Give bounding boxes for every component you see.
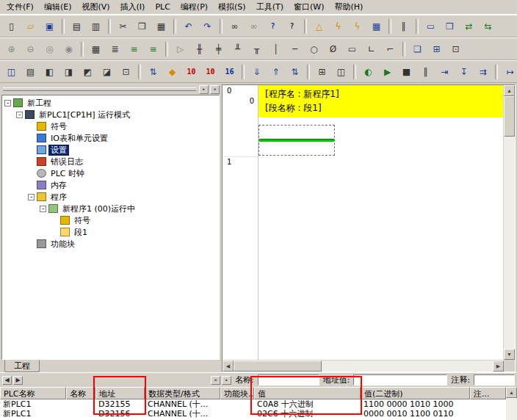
- new-contact-icon[interactable]: ╫: [190, 40, 209, 58]
- pause-monitor-icon[interactable]: ‖: [394, 18, 413, 35]
- column-header-plc-name[interactable]: PLC名称: [0, 387, 66, 399]
- dock-watch-button[interactable]: ▪: [222, 376, 231, 385]
- scroll-right-arrow[interactable]: ▶: [493, 361, 504, 372]
- column-header-address[interactable]: 地址: [95, 387, 145, 399]
- watch-table-scrollbar[interactable]: ▲: [506, 387, 517, 420]
- watch-window-icon[interactable]: ⊡: [117, 63, 135, 81]
- cross-reference-icon[interactable]: ◩: [79, 63, 97, 81]
- pause-icon[interactable]: ‖: [416, 63, 435, 81]
- work-online-icon[interactable]: ϟ: [329, 18, 347, 35]
- compare-with-plc-icon[interactable]: ⇅: [286, 63, 304, 81]
- address-reference-icon[interactable]: ⊡: [446, 40, 465, 58]
- panel-drag-grip[interactable]: [3, 87, 196, 91]
- run-icon[interactable]: ▶: [378, 63, 397, 81]
- redo-icon[interactable]: ↷: [198, 18, 217, 35]
- continuous-step-icon[interactable]: ⇉: [474, 63, 492, 81]
- comment-field[interactable]: [474, 374, 515, 385]
- scan-run-icon[interactable]: ↦: [501, 63, 517, 81]
- column-header-function-block[interactable]: 功能块...: [220, 387, 254, 399]
- scroll-left-arrow[interactable]: ◀: [223, 361, 234, 372]
- view-symbols-icon[interactable]: ◧: [40, 63, 59, 81]
- edit-comments-icon[interactable]: ❏: [408, 40, 427, 58]
- scrollbar-thumb[interactable]: [504, 96, 515, 137]
- new-instruction-icon[interactable]: ▭: [343, 40, 361, 58]
- view-diagram-icon[interactable]: ◫: [2, 63, 21, 81]
- address-value-field[interactable]: [353, 374, 447, 385]
- print-preview-icon[interactable]: ▥: [87, 18, 105, 35]
- expander-icon[interactable]: -: [28, 194, 35, 200]
- column-header-value-binary[interactable]: 值(二进制): [361, 387, 470, 399]
- menu-insert[interactable]: 插入(I): [115, 0, 151, 14]
- copy-icon[interactable]: ❐: [133, 18, 151, 35]
- menu-file[interactable]: 文件(F): [1, 0, 39, 14]
- format-hex-button[interactable]: 16: [220, 63, 239, 81]
- scrollbar-track[interactable]: [234, 361, 493, 372]
- new-closed-coil-icon[interactable]: Ø: [324, 40, 342, 58]
- print-icon[interactable]: ▤: [68, 18, 86, 35]
- menu-help[interactable]: 帮助(H): [329, 0, 368, 14]
- format-signed-decimal-button[interactable]: 10: [201, 63, 220, 81]
- step-into-icon[interactable]: ↧: [455, 63, 473, 81]
- stop-icon[interactable]: ■: [397, 63, 416, 81]
- tree-item-programs[interactable]: - 程序: [2, 191, 219, 203]
- ladder-canvas[interactable]: [程序名 : 新程序1] [段名称 : 段1]: [258, 85, 503, 360]
- scrollbar-track[interactable]: [504, 96, 515, 349]
- simulator-online-icon[interactable]: ⊞: [313, 63, 331, 81]
- transfer-from-plc-icon[interactable]: ⇆: [479, 18, 497, 35]
- expander-icon[interactable]: -: [40, 206, 46, 212]
- new-file-icon[interactable]: ▯: [2, 18, 21, 35]
- tree-item-symbols[interactable]: 符号: [2, 120, 219, 132]
- close-panel-button[interactable]: ×: [210, 85, 220, 94]
- editor-horizontal-scrollbar[interactable]: ◀ ▶: [223, 360, 515, 372]
- menu-tools[interactable]: 工具(T): [251, 0, 289, 14]
- compile-icon[interactable]: △: [310, 18, 328, 35]
- zoom-fit-icon[interactable]: ◎: [40, 40, 59, 58]
- monitor-mode-icon[interactable]: ◐: [359, 63, 377, 81]
- scroll-down-arrow[interactable]: ▼: [504, 349, 515, 360]
- tree-item-error-log[interactable]: 错误日志: [2, 156, 219, 167]
- watch-row[interactable]: 新PLC1 D32156 CHANNEL (十... 02C6 十六进制 000…: [0, 409, 506, 419]
- undo-icon[interactable]: ↶: [179, 18, 198, 35]
- new-closed-contact-icon[interactable]: ╪: [209, 40, 228, 58]
- expander-icon[interactable]: -: [16, 112, 23, 118]
- tree-item-program1[interactable]: - 新程序1 (00)运行中: [2, 203, 219, 214]
- show-rung-comments-icon[interactable]: ≣: [106, 40, 124, 58]
- paste-icon[interactable]: ▦: [152, 18, 170, 35]
- tab-project[interactable]: 工程: [4, 360, 40, 372]
- tree-item-program1-symbols[interactable]: 符号: [2, 214, 219, 226]
- menu-program[interactable]: 编程(P): [176, 0, 213, 14]
- monitor-icon[interactable]: ▦: [367, 18, 386, 35]
- show-symbol-bar-icon[interactable]: ≡: [144, 40, 162, 58]
- watch-row[interactable]: 新PLC1 D32155 CHANNEL (十... C0A8 十六进制 110…: [0, 399, 506, 409]
- name-field[interactable]: [258, 374, 319, 385]
- scroll-up-arrow[interactable]: ▲: [504, 85, 515, 96]
- tree-item-io-table[interactable]: IO表和单元设置: [2, 132, 219, 144]
- menu-view[interactable]: 视图(V): [76, 0, 115, 14]
- save-icon[interactable]: ▣: [40, 18, 59, 35]
- new-closed-or-contact-icon[interactable]: ╥: [247, 40, 266, 58]
- cycle-time-icon[interactable]: ▭: [422, 18, 440, 35]
- new-vertical-line-icon[interactable]: │: [267, 40, 285, 58]
- format-decimal-button[interactable]: 10: [182, 63, 200, 81]
- transfer-to-plc-icon[interactable]: ⇄: [460, 18, 478, 35]
- show-io-comments-icon[interactable]: ≡: [125, 40, 143, 58]
- view-mnemonic-icon[interactable]: ▤: [21, 63, 40, 81]
- section-list-icon[interactable]: ⊞: [427, 40, 446, 58]
- zoom-in-icon[interactable]: ⊕: [2, 40, 21, 58]
- io-comment-view-icon[interactable]: ⇅: [144, 63, 162, 81]
- column-header-value[interactable]: 值: [254, 387, 361, 399]
- close-watch-button[interactable]: ×: [211, 376, 220, 385]
- tree-item-plc-clock[interactable]: PLC 时钟: [2, 167, 219, 179]
- step-run-icon[interactable]: ⇥: [435, 63, 454, 81]
- menu-window[interactable]: 窗口(W): [289, 0, 329, 14]
- menu-plc[interactable]: PLC: [150, 1, 175, 13]
- new-coil-icon[interactable]: ○: [305, 40, 323, 58]
- column-header-name[interactable]: 名称: [66, 387, 95, 399]
- new-horizontal-line-icon[interactable]: ─: [286, 40, 304, 58]
- dock-panel-button[interactable]: ▪: [199, 85, 209, 94]
- menu-simulation[interactable]: 模拟(S): [213, 0, 251, 14]
- tree-item-memory[interactable]: 内存: [2, 179, 219, 191]
- auto-online-icon[interactable]: ϟ: [348, 18, 366, 35]
- window-layout-icon[interactable]: ❒: [441, 18, 459, 35]
- context-help-icon[interactable]: ?: [283, 18, 301, 35]
